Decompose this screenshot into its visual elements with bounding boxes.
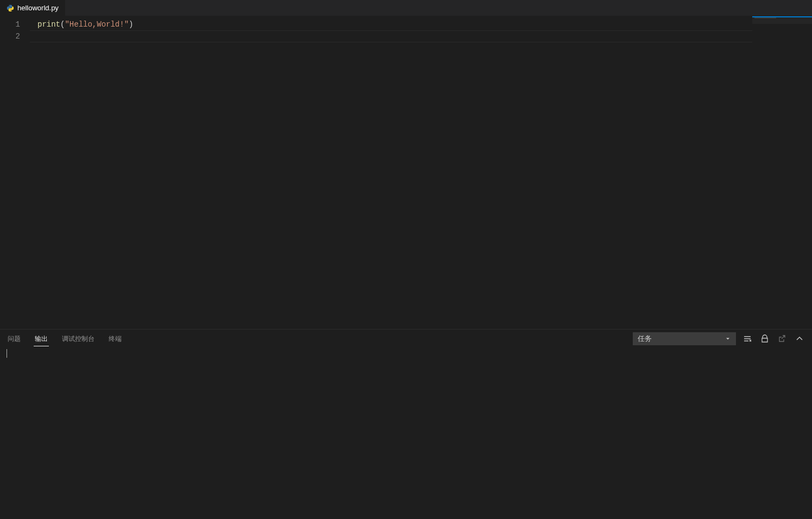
python-icon [7, 4, 14, 12]
output-body[interactable] [0, 348, 812, 519]
code-area[interactable]: print("Hello,World!") [30, 16, 752, 329]
tab-filename: helloworld.py [17, 4, 59, 12]
panel-header: 问题 输出 调试控制台 终端 任务 [0, 330, 812, 348]
panel-tab-problems[interactable]: 问题 [7, 330, 22, 348]
open-log-icon[interactable] [776, 333, 788, 345]
token-str: " [65, 20, 69, 29]
token-fn: print [37, 20, 60, 29]
tab-helloworld-py[interactable]: helloworld.py [0, 0, 66, 16]
code-line[interactable] [30, 30, 752, 42]
line-number: 2 [0, 30, 30, 42]
panel-tabs: 问题 输出 调试控制台 终端 [7, 330, 123, 348]
token-str: Hello,World! [70, 20, 124, 29]
token-str: " [124, 20, 129, 29]
lock-scroll-icon[interactable] [759, 333, 771, 345]
tabbar-empty [66, 0, 812, 16]
token-punc: ) [129, 20, 133, 29]
line-number: 1 [0, 18, 30, 30]
output-channel-select[interactable]: 任务 [633, 332, 736, 345]
app-root: helloworld.py 1 2 print("Hello,World!") … [0, 0, 812, 519]
minimap[interactable] [752, 16, 812, 329]
bottom-panel: 问题 输出 调试控制台 终端 任务 [0, 329, 812, 519]
collapse-panel-icon[interactable] [794, 333, 805, 345]
editor-tabbar: helloworld.py [0, 0, 812, 16]
line-number-gutter: 1 2 [0, 16, 30, 329]
panel-actions: 任务 [633, 332, 805, 345]
editor[interactable]: 1 2 print("Hello,World!") [0, 16, 812, 329]
panel-tab-terminal[interactable]: 终端 [108, 330, 123, 348]
output-cursor [7, 349, 7, 358]
clear-output-icon[interactable] [741, 333, 753, 345]
panel-tab-output[interactable]: 输出 [34, 330, 49, 348]
panel-tab-debug-console[interactable]: 调试控制台 [61, 330, 96, 348]
chevron-down-icon [725, 336, 731, 342]
code-line[interactable]: print("Hello,World!") [30, 18, 752, 30]
minimap-line [754, 17, 776, 18]
select-value: 任务 [638, 334, 652, 344]
